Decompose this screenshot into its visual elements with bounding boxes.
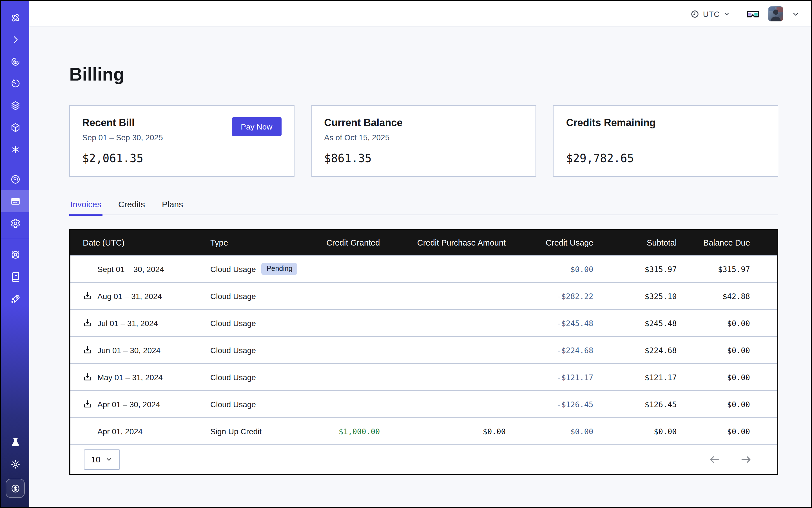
invoice-date-cell: Sept 01 – 30, 2024: [71, 264, 210, 273]
credit-usage-value: -$121.17: [506, 373, 593, 382]
topbar: UTC: [29, 1, 811, 27]
right-arrow-icon[interactable]: [740, 453, 752, 465]
credit-usage-value: -$224.68: [506, 345, 593, 354]
invoice-type-cell: Cloud Usage: [210, 345, 324, 354]
invoice-type-cell: Cloud Usage: [210, 399, 324, 409]
gauge-icon: [10, 174, 20, 185]
column-header: Date (UTC): [71, 238, 210, 247]
credit-granted-value: $1,000.00: [324, 427, 380, 436]
account-menu-chevron-down-icon[interactable]: [792, 10, 800, 18]
current-balance-card: Current Balance As of Oct 15, 2025 $861.…: [311, 105, 536, 177]
download-invoice-icon[interactable]: [83, 345, 97, 355]
sidebar-item-sun[interactable]: [1, 453, 29, 475]
left-arrow-icon[interactable]: [709, 453, 721, 465]
billing-summary-cards: Recent Bill Sep 01 – Sep 30, 2025 $2,061…: [69, 105, 778, 177]
invoice-type: Sign Up Credit: [210, 427, 262, 436]
invoice-date: May 01 – 31, 2024: [97, 373, 163, 382]
credits-remaining-title: Credits Remaining: [566, 117, 765, 129]
invoice-date-cell: Jul 01 – 31, 2024: [71, 318, 210, 328]
sidebar: [1, 1, 29, 507]
invoice-type-cell: Sign Up Credit: [210, 427, 324, 436]
credit-purchase-value: $0.00: [380, 427, 506, 436]
subtotal-value: $315.97: [593, 264, 677, 273]
sidebar-gap: [1, 161, 29, 168]
column-header: Credit Purchase Amount: [380, 238, 506, 247]
sidebar-item-credit-card[interactable]: [1, 190, 29, 212]
3d-glasses-icon[interactable]: [746, 9, 760, 19]
status-badge: Pending: [262, 263, 298, 275]
gear-icon: [10, 218, 20, 229]
invoice-type: Cloud Usage: [210, 291, 256, 300]
download-invoice-icon[interactable]: [83, 372, 97, 382]
layers-icon: [10, 100, 20, 111]
invoice-type-cell: Cloud Usage: [210, 291, 324, 300]
invoice-type-cell: Cloud Usage: [210, 373, 324, 382]
credit-usage-value: -$126.45: [506, 399, 593, 409]
dollar-badge-button: [6, 479, 25, 498]
page-size-select[interactable]: 10: [84, 449, 120, 469]
pay-now-button[interactable]: Pay Now: [232, 117, 281, 136]
page-title: Billing: [69, 64, 778, 85]
column-header: Balance Due: [677, 238, 777, 247]
sidebar-group: [1, 431, 29, 501]
download-invoice-icon[interactable]: [83, 318, 97, 328]
sidebar-item-chevron-right[interactable]: [1, 29, 29, 51]
recent-bill-card: Recent Bill Sep 01 – Sep 30, 2025 $2,061…: [69, 105, 294, 177]
sidebar-item-layers[interactable]: [1, 95, 29, 117]
column-header: Type: [210, 238, 324, 247]
table-row: Apr 01 – 30, 2024Cloud Usage-$126.45$126…: [71, 390, 777, 417]
sidebar-item-helm[interactable]: [1, 244, 29, 266]
sidebar-group: [1, 168, 29, 234]
invoice-date-cell: Aug 01 – 31, 2024: [71, 291, 210, 301]
app-window: UTC Billing Recent Bill Sep 0: [0, 0, 812, 508]
sidebar-item-spiral-eye[interactable]: [1, 51, 29, 73]
main-content: Billing Recent Bill Sep 01 – Sep 30, 202…: [29, 27, 811, 507]
sidebar-spacer: [1, 310, 29, 431]
flask-icon: [10, 437, 20, 448]
invoice-date: Jun 01 – 30, 2024: [97, 345, 161, 354]
sidebar-group: [1, 7, 29, 161]
column-header: Credit Granted: [324, 238, 380, 247]
table-row: Sept 01 – 30, 2024Cloud UsagePending$0.0…: [71, 255, 777, 282]
invoice-type: Cloud Usage: [210, 264, 256, 273]
balance-due-value: $315.97: [677, 264, 777, 273]
sidebar-item-dollar-badge[interactable]: [1, 475, 29, 501]
invoice-date: Jul 01 – 31, 2024: [97, 319, 158, 328]
sidebar-item-timer[interactable]: [1, 73, 29, 95]
tab-plans[interactable]: Plans: [161, 199, 184, 215]
invoice-type: Cloud Usage: [210, 373, 256, 382]
page-size-value: 10: [91, 455, 100, 464]
invoice-type-cell: Cloud Usage: [210, 319, 324, 328]
credit-usage-value: $0.00: [506, 427, 593, 436]
timezone-dropdown[interactable]: UTC: [691, 9, 730, 18]
sidebar-item-book-sparkle[interactable]: [1, 266, 29, 288]
current-balance-title: Current Balance: [324, 117, 523, 129]
invoice-type: Cloud Usage: [210, 319, 256, 328]
tab-credits[interactable]: Credits: [117, 199, 146, 215]
download-invoice-icon[interactable]: [83, 399, 97, 409]
cube-icon: [10, 122, 20, 133]
sidebar-item-flask[interactable]: [1, 431, 29, 453]
credits-remaining-amount: $29,782.65: [566, 152, 634, 165]
invoice-date-cell: Jun 01 – 30, 2024: [71, 345, 210, 355]
sidebar-item-gear[interactable]: [1, 212, 29, 234]
sidebar-item-rocket[interactable]: [1, 288, 29, 310]
sidebar-item-asterisk[interactable]: [1, 138, 29, 161]
tab-invoices[interactable]: Invoices: [69, 199, 102, 215]
balance-due-value: $0.00: [677, 399, 777, 409]
invoice-type: Cloud Usage: [210, 399, 256, 409]
sidebar-item-orbit-logo[interactable]: [1, 7, 29, 29]
sidebar-item-cube[interactable]: [1, 117, 29, 138]
sidebar-item-gauge[interactable]: [1, 168, 29, 190]
clock-icon: [691, 9, 700, 18]
rocket-icon: [10, 293, 20, 304]
table-row: Apr 01, 2024Sign Up Credit$1,000.00$0.00…: [71, 417, 777, 444]
download-invoice-icon[interactable]: [83, 291, 97, 301]
timer-icon: [10, 78, 20, 89]
table-header-row: Date (UTC)TypeCredit GrantedCredit Purch…: [71, 230, 777, 255]
column-header: Credit Usage: [506, 238, 593, 247]
table-row: May 01 – 31, 2024Cloud Usage-$121.17$121…: [71, 363, 777, 390]
credits-remaining-card: Credits Remaining $29,782.65: [553, 105, 778, 177]
invoice-type: Cloud Usage: [210, 345, 256, 354]
avatar[interactable]: [768, 6, 783, 22]
